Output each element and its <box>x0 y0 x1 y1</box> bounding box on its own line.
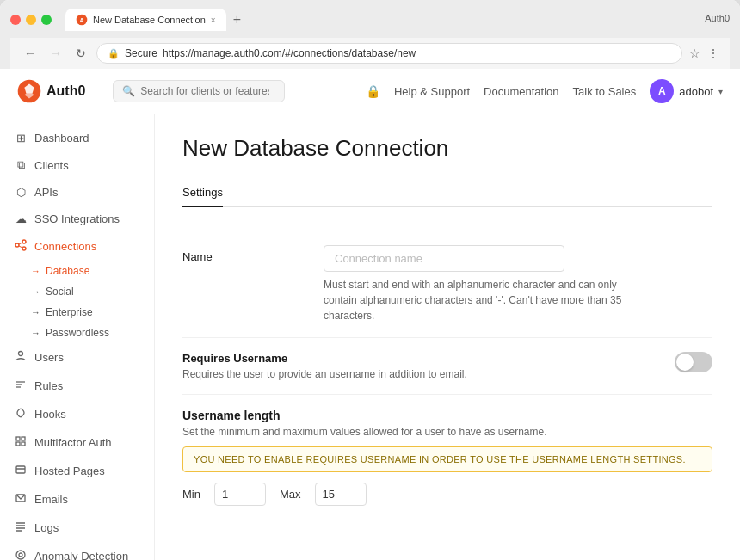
sidebar-item-connections[interactable]: Connections <box>0 232 154 261</box>
avatar-name: adobot <box>679 85 713 98</box>
anomaly-icon <box>14 549 28 560</box>
svg-rect-18 <box>16 466 25 473</box>
svg-point-6 <box>22 240 26 243</box>
search-input[interactable] <box>140 85 269 97</box>
logo-text: Auth0 <box>46 83 85 99</box>
requires-username-title: Requires Username <box>182 352 654 365</box>
browser-tab[interactable]: A New Database Connection × <box>65 9 226 31</box>
sidebar-label-apis: APIs <box>34 186 58 199</box>
sidebar-label-social: Social <box>46 286 74 298</box>
rules-icon <box>14 378 28 393</box>
sidebar-label-rules: Rules <box>34 379 63 392</box>
sidebar-label-sso: SSO Integrations <box>34 212 120 225</box>
user-avatar[interactable]: A adobot ▾ <box>650 79 723 103</box>
main-content: New Database Connection Settings Name Mu… <box>155 114 740 560</box>
sidebar-item-hosted[interactable]: Hosted Pages <box>0 457 154 485</box>
max-input[interactable] <box>315 483 367 506</box>
logs-icon <box>14 520 28 535</box>
svg-point-25 <box>16 551 25 559</box>
sidebar-item-clients[interactable]: ⧉ Clients <box>0 151 154 179</box>
bookmark-button[interactable]: ☆ <box>689 46 700 60</box>
top-nav: Auth0 🔍 🔒 Help & Support Documentation T… <box>0 69 740 114</box>
sso-icon: ☁ <box>14 212 28 225</box>
sidebar-child-database[interactable]: → Database <box>24 261 154 281</box>
svg-text:A: A <box>79 17 83 23</box>
sidebar-label-users: Users <box>34 351 64 364</box>
sidebar-item-anomaly[interactable]: Anomaly Detection <box>0 542 154 560</box>
sidebar-label-emails: Emails <box>34 493 68 506</box>
sidebar-label-clients: Clients <box>34 159 69 172</box>
sidebar-label-anomaly: Anomaly Detection <box>34 550 128 560</box>
menu-button[interactable]: ⋮ <box>707 46 719 60</box>
secure-icon: 🔒 <box>108 48 120 59</box>
svg-point-10 <box>19 352 23 356</box>
sidebar-item-emails[interactable]: Emails <box>0 485 154 514</box>
minimize-button[interactable] <box>26 15 36 25</box>
close-button[interactable] <box>10 15 21 25</box>
back-button[interactable]: ← <box>21 45 40 62</box>
sidebar: ⊞ Dashboard ⧉ Clients ⬡ APIs ☁ SSO Integ… <box>0 114 155 560</box>
requires-username-toggle[interactable] <box>675 352 712 372</box>
talk-to-sales-link[interactable]: Talk to Sales <box>573 85 637 98</box>
address-bar: 🔒 Secure https://manage.auth0.com/#/conn… <box>96 43 682 64</box>
maximize-button[interactable] <box>41 15 52 25</box>
sidebar-label-connections: Connections <box>34 240 96 253</box>
sidebar-item-users[interactable]: Users <box>0 343 154 372</box>
sidebar-item-sso[interactable]: ☁ SSO Integrations <box>0 206 154 232</box>
sidebar-label-passwordless: Passwordless <box>46 327 109 339</box>
name-input[interactable] <box>324 245 564 272</box>
min-label: Min <box>182 488 200 501</box>
sidebar-child-passwordless[interactable]: → Passwordless <box>24 323 154 343</box>
search-bar[interactable]: 🔍 <box>113 80 285 102</box>
url-text: https://manage.auth0.com/#/connections/d… <box>163 47 416 59</box>
svg-point-5 <box>15 243 19 247</box>
tab-settings[interactable]: Settings <box>182 179 223 207</box>
tabs-bar: Settings <box>182 179 712 207</box>
sidebar-child-enterprise[interactable]: → Enterprise <box>24 302 154 323</box>
nav-links: 🔒 Help & Support Documentation Talk to S… <box>366 79 723 103</box>
name-label: Name <box>182 250 303 263</box>
documentation-link[interactable]: Documentation <box>484 85 558 98</box>
sidebar-item-rules[interactable]: Rules <box>0 372 154 400</box>
connections-icon <box>14 239 28 254</box>
security-icon[interactable]: 🔒 <box>366 84 380 98</box>
new-tab-button[interactable]: + <box>230 9 244 31</box>
requires-username-desc: Requires the user to provide an username… <box>182 368 654 380</box>
tab-favicon: A <box>76 14 88 26</box>
min-input[interactable] <box>214 483 266 506</box>
users-icon <box>14 350 28 365</box>
sidebar-item-hooks[interactable]: Hooks <box>0 400 154 428</box>
dashboard-icon: ⊞ <box>14 132 28 145</box>
sidebar-label-multifactor: Multifactor Auth <box>34 436 112 449</box>
sidebar-label-dashboard: Dashboard <box>34 132 89 145</box>
tab-close-icon[interactable]: × <box>211 15 216 25</box>
warning-banner: YOU NEED TO ENABLE REQUIRES USERNAME IN … <box>182 446 712 472</box>
emails-icon <box>14 492 28 507</box>
help-support-link[interactable]: Help & Support <box>394 85 470 98</box>
svg-rect-14 <box>16 437 20 440</box>
hooks-icon <box>14 407 28 422</box>
svg-rect-17 <box>22 442 25 446</box>
reload-button[interactable]: ↻ <box>72 45 89 62</box>
sidebar-item-logs[interactable]: Logs <box>0 514 154 542</box>
sidebar-item-multifactor[interactable]: Multifactor Auth <box>0 428 154 457</box>
search-icon: 🔍 <box>122 85 135 97</box>
chevron-down-icon: ▾ <box>718 87 723 96</box>
arrow-icon-database: → <box>31 266 40 276</box>
username-length-title: Username length <box>182 409 712 422</box>
sidebar-child-social[interactable]: → Social <box>24 281 154 302</box>
logo[interactable]: Auth0 <box>17 79 85 103</box>
sidebar-item-apis[interactable]: ⬡ APIs <box>0 179 154 206</box>
avatar-circle: A <box>650 79 674 103</box>
clients-icon: ⧉ <box>14 158 28 172</box>
svg-line-9 <box>19 246 22 248</box>
sidebar-label-database: Database <box>46 265 89 277</box>
svg-point-7 <box>22 247 26 250</box>
min-max-row: Min Max <box>182 483 712 506</box>
sidebar-label-enterprise: Enterprise <box>46 306 93 318</box>
sidebar-item-dashboard[interactable]: ⊞ Dashboard <box>0 125 154 151</box>
arrow-icon-enterprise: → <box>31 307 40 317</box>
apis-icon: ⬡ <box>14 186 28 199</box>
svg-point-26 <box>19 553 22 557</box>
forward-button[interactable]: → <box>46 45 65 62</box>
